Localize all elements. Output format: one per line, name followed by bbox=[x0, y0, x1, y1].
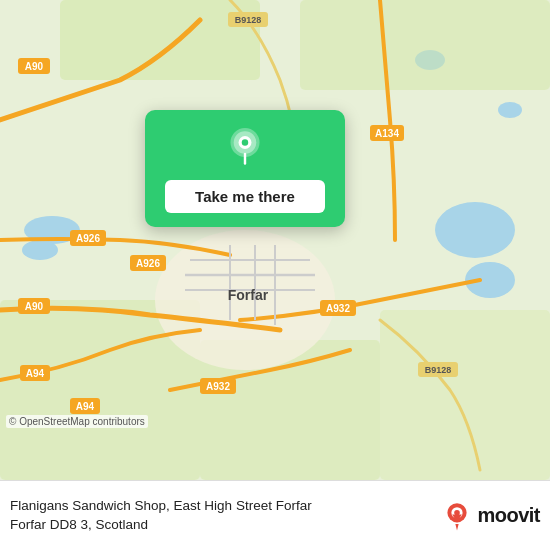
svg-text:A932: A932 bbox=[326, 303, 350, 314]
svg-point-2 bbox=[22, 240, 58, 260]
svg-text:A134: A134 bbox=[375, 128, 399, 139]
svg-point-39 bbox=[242, 139, 248, 145]
bottom-bar: Flanigans Sandwich Shop, East High Stree… bbox=[0, 480, 550, 550]
svg-text:A90: A90 bbox=[25, 61, 44, 72]
moovit-logo: moovit bbox=[441, 500, 540, 532]
map-attribution: © OpenStreetMap contributors bbox=[6, 415, 148, 428]
svg-point-3 bbox=[435, 202, 515, 258]
popup-card[interactable]: Take me there bbox=[145, 110, 345, 227]
svg-text:B9128: B9128 bbox=[425, 365, 452, 375]
take-me-there-button[interactable]: Take me there bbox=[165, 180, 325, 213]
svg-rect-7 bbox=[60, 0, 260, 80]
map-container[interactable]: A90 A90 A926 A926 A94 A94 A932 A932 B912… bbox=[0, 0, 550, 480]
location-pin-icon bbox=[224, 128, 266, 170]
svg-text:Forfar: Forfar bbox=[228, 287, 269, 303]
svg-text:B9128: B9128 bbox=[235, 15, 262, 25]
svg-text:A926: A926 bbox=[76, 233, 100, 244]
svg-text:A926: A926 bbox=[136, 258, 160, 269]
svg-text:A932: A932 bbox=[206, 381, 230, 392]
svg-rect-8 bbox=[300, 0, 550, 90]
svg-text:A94: A94 bbox=[26, 368, 45, 379]
place-name: Flanigans Sandwich Shop, East High Stree… bbox=[10, 498, 312, 513]
svg-rect-11 bbox=[380, 310, 550, 480]
place-info: Flanigans Sandwich Shop, East High Stree… bbox=[10, 497, 441, 535]
moovit-icon bbox=[441, 500, 473, 532]
svg-text:A94: A94 bbox=[76, 401, 95, 412]
moovit-brand-text: moovit bbox=[477, 504, 540, 527]
place-address: Forfar DD8 3, Scotland bbox=[10, 517, 148, 532]
map-background: A90 A90 A926 A926 A94 A94 A932 A932 B912… bbox=[0, 0, 550, 480]
svg-point-6 bbox=[498, 102, 522, 118]
svg-text:A90: A90 bbox=[25, 301, 44, 312]
